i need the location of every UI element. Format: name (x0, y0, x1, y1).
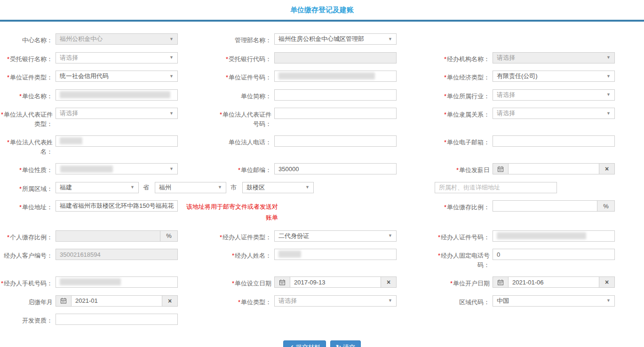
label-text: 单位法人电话： (229, 139, 271, 146)
unit-affiliation-select[interactable]: 请选择▼ (493, 108, 615, 119)
empty-cell (429, 314, 644, 325)
page-title: 单位缴存登记及建账 (290, 6, 354, 14)
unit-cert-type-select[interactable]: 统一社会信用代码▼ (56, 71, 178, 82)
personal-ratio-group: % (56, 230, 178, 242)
unit-name-wrap (56, 89, 178, 101)
province-select[interactable]: 福建▼ (56, 182, 139, 193)
unit-type-select[interactable]: 请选择▼ (274, 295, 397, 307)
field-setup-date: *单位设立日期 × (215, 276, 429, 288)
unit-type-label: *单位类型： (215, 295, 274, 307)
field-unit-payday: *单位发薪日 × (429, 163, 644, 175)
required-asterisk: * (444, 204, 446, 211)
clear-icon[interactable]: × (162, 296, 177, 306)
field-region-code: 区域代码： 中国▼ (429, 295, 644, 307)
calendar-icon[interactable] (493, 164, 509, 174)
required-asterisk: * (438, 234, 440, 241)
district-select[interactable]: 鼓楼区▼ (242, 182, 314, 193)
empty-cell (429, 33, 644, 45)
label-text: 单位类型： (241, 299, 271, 306)
clear-icon[interactable]: × (381, 277, 396, 287)
region-code-select[interactable]: 中国▼ (493, 295, 615, 307)
label-text: 经办人客户编号： (4, 252, 53, 259)
label-text: 单位邮编： (241, 166, 271, 174)
unit-payday-input[interactable] (509, 164, 599, 174)
dept-name-select[interactable]: 福州住房公积金中心城区管理部▼ (274, 33, 397, 45)
unit-nature-label: *单位性质： (0, 163, 56, 175)
dev-qualification-input[interactable] (56, 314, 178, 325)
button-label: 提交材料 (296, 343, 320, 347)
field-unit-email: *单位电子邮箱： (429, 135, 644, 156)
redacted-value (278, 72, 375, 79)
city-select[interactable]: 福州▼ (155, 182, 226, 193)
label-text: 经办人手机号码： (4, 280, 53, 287)
agent-customer-no-input[interactable] (56, 249, 178, 260)
agent-cert-type-label: *经办人证件类型： (215, 230, 274, 242)
agent-tel-input[interactable] (493, 249, 615, 260)
center-name-select[interactable]: 福州公积金中心▼ (56, 33, 178, 45)
agent-cert-type-select[interactable]: 二代身份证▼ (274, 230, 397, 242)
label-text: 管理部名称： (235, 37, 271, 44)
check-icon: ✓ (289, 344, 294, 347)
clear-button[interactable]: ↻清空 (330, 340, 361, 347)
calendar-icon[interactable] (275, 277, 290, 287)
label-text: 单位性质： (22, 166, 53, 174)
agent-cert-no-wrap (493, 230, 615, 242)
required-asterisk: * (220, 111, 222, 118)
center-name-label: 中心名称： (0, 33, 56, 45)
required-asterisk: * (232, 280, 234, 287)
required-asterisk: * (456, 166, 459, 174)
unit-email-label: *单位电子邮箱： (429, 135, 493, 147)
unit-industry-select[interactable]: 请选择▼ (493, 89, 615, 101)
bank-code-input[interactable] (274, 52, 397, 63)
setup-date-input[interactable] (290, 277, 381, 287)
agent-tel-label: *经办人固定电话号码： (429, 249, 493, 269)
unit-nature-select[interactable]: ▼ (56, 163, 178, 174)
redacted-value (497, 232, 586, 239)
label-text: 单位证件类型： (10, 74, 53, 81)
personal-ratio-input[interactable] (56, 230, 160, 242)
calendar-icon[interactable] (493, 277, 509, 287)
field-unit-postcode: *单位邮编： (215, 163, 429, 175)
label-text: 经办人固定电话号码： (441, 252, 490, 268)
unit-ratio-input[interactable] (493, 200, 597, 212)
calendar-icon[interactable] (56, 296, 72, 306)
legal-phone-input[interactable] (274, 135, 397, 147)
legal-cert-no-input[interactable] (274, 108, 397, 119)
unit-email-input[interactable] (493, 135, 615, 147)
start-month-input[interactable] (72, 296, 162, 306)
unit-econ-type-label: *单位经济类型： (429, 71, 493, 82)
unit-address-input[interactable] (56, 200, 178, 212)
field-center-name: 中心名称： 福州公积金中心▼ (0, 33, 215, 45)
field-legal-name: *单位法人代表姓名： (0, 135, 215, 156)
required-asterisk: * (444, 139, 446, 146)
submit-materials-button[interactable]: ✓提交材料 (283, 340, 326, 347)
city-suffix: 市 (226, 183, 242, 192)
redacted-value (60, 137, 82, 144)
unit-short-name-input[interactable] (274, 89, 397, 101)
clear-icon[interactable]: × (599, 277, 614, 287)
selected-value: 二代身份证 (278, 232, 309, 240)
legal-cert-type-select[interactable]: 请选择▼ (56, 108, 178, 119)
page-header: 单位缴存登记及建账 (0, 0, 644, 22)
agency-name-select[interactable]: 请选择▼ (493, 52, 615, 63)
setup-date-datepicker: × (274, 276, 397, 288)
required-asterisk: * (238, 299, 240, 306)
open-date-input[interactable] (509, 277, 599, 287)
unit-postcode-input[interactable] (274, 163, 397, 174)
label-text: 单位经济类型： (447, 74, 490, 81)
label-text: 经办人姓名： (235, 252, 271, 259)
chevron-down-icon: ▼ (169, 37, 174, 41)
field-legal-phone: 单位法人电话： (215, 135, 429, 156)
clear-icon[interactable]: × (599, 164, 614, 174)
setup-date-label: *单位设立日期 (215, 276, 274, 288)
chevron-down-icon: ▼ (606, 55, 611, 60)
agency-name-label: *经办机构名称： (429, 52, 493, 64)
unit-econ-type-select[interactable]: 有限责任(公司)▼ (493, 71, 615, 82)
required-asterisk: * (444, 93, 446, 100)
chevron-down-icon: ▼ (169, 167, 174, 171)
required-asterisk: * (450, 280, 453, 287)
redacted-value (60, 91, 170, 98)
street-address-input[interactable] (435, 182, 557, 193)
bank-name-select[interactable]: 请选择▼ (56, 52, 178, 63)
chevron-down-icon: ▼ (606, 93, 611, 97)
